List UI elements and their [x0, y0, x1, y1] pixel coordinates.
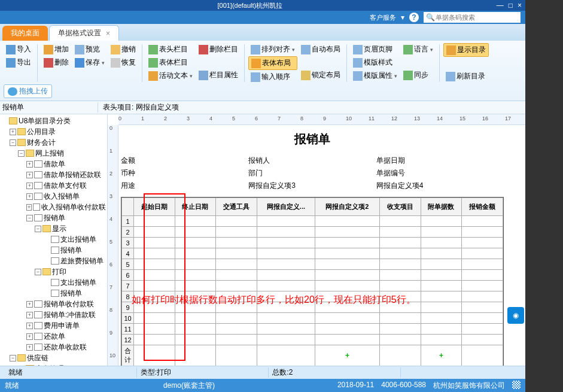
show-toc-button[interactable]: 显示目录 — [443, 43, 489, 57]
table-row[interactable]: 11 — [122, 324, 503, 335]
grid-header[interactable]: 起始日期 — [134, 198, 175, 216]
field-amount[interactable]: 金额 — [121, 156, 248, 166]
save-button[interactable]: 保存▾ — [72, 56, 107, 69]
remote-assist-icon[interactable]: ◉ — [507, 307, 524, 324]
grid-header[interactable]: 收支项目 — [379, 198, 421, 216]
status-ready: 就绪 — [5, 367, 137, 378]
detail-grid[interactable]: 起始日期终止日期交通工具网报自定义...网报自定义项2收支项目附单据数报销金额1… — [121, 197, 504, 366]
annotation-text: 如何打印时根据行数自动打印多行，比如20行，现在只能打印5行。 — [132, 294, 503, 306]
status-bar: 就绪 类型:打印 总数:2 — [0, 366, 525, 379]
add-button[interactable]: 增加 — [41, 43, 71, 56]
delete-column-button[interactable]: 删除栏目 — [196, 43, 241, 56]
table-row[interactable]: 7 — [122, 281, 503, 291]
design-canvas[interactable]: 012345678910111213141516171819 012345678… — [108, 114, 525, 366]
horizontal-ruler: 012345678910111213141516171819 — [118, 114, 525, 125]
header-footer-button[interactable]: 页眉页脚 — [351, 43, 400, 56]
titlebar: [001](default)杭州凯拉 — □ × — [0, 0, 525, 11]
body-column-button[interactable]: 表体栏目 — [146, 56, 195, 69]
customer-service-link[interactable]: 客户服务 — [370, 13, 396, 22]
sync-button[interactable]: 同步 — [401, 69, 436, 81]
tab-close-icon[interactable]: × — [106, 29, 110, 38]
field-custom3[interactable]: 网报自定义项3 — [248, 181, 376, 191]
field-person[interactable]: 报销人 — [248, 156, 376, 166]
footer-date: 2018-09-11 — [337, 381, 374, 391]
upload-badge[interactable]: 拖拽上传 — [4, 84, 52, 98]
align-sort-button[interactable]: 排列对齐▾ — [248, 43, 297, 56]
vertical-ruler: 012345678910111213 — [108, 125, 118, 366]
dynamic-text-button[interactable]: 活动文本▾ — [146, 69, 195, 82]
grid-header[interactable]: 附单据数 — [421, 198, 462, 216]
grid-header[interactable]: 终止日期 — [175, 198, 216, 216]
footer-ready: 就绪 — [5, 381, 41, 391]
table-row[interactable]: 1 — [122, 216, 503, 227]
top-toolbar: 客户服务 ▾ ? 🔍 — [0, 11, 525, 24]
table-row[interactable]: 10 — [122, 313, 503, 324]
template-prop-button[interactable]: 模版属性▾ — [351, 69, 400, 82]
cloud-icon — [8, 87, 17, 96]
footer-bar: 就绪 demo(账套主管) 2018-09-11 4006-600-588 杭州… — [0, 379, 525, 392]
template-style-button[interactable]: 模版样式 — [351, 56, 400, 69]
qr-icon[interactable] — [512, 381, 521, 389]
field-usage[interactable]: 用途 — [121, 181, 248, 191]
tab-format-settings[interactable]: 单据格式设置 × — [49, 25, 119, 41]
directory-tree[interactable]: U8单据目录分类 +公用目录 −财务会计 −网上报销 +借款单 +借款单报销还款… — [0, 114, 108, 366]
formula-bar: 报销单 表头项目: — [0, 101, 525, 114]
input-order-button[interactable]: 输入顺序 — [248, 71, 297, 83]
redo-button[interactable]: 恢复 — [108, 56, 138, 69]
title-text: [001](default)杭州凯拉 — [4, 1, 497, 10]
close-icon[interactable]: × — [518, 1, 522, 10]
export-button[interactable]: 导出 — [4, 56, 34, 69]
refresh-toc-button[interactable]: 刷新目录 — [443, 70, 489, 83]
body-layout-button[interactable]: 表体布局 — [248, 56, 297, 70]
footer-company: 杭州如笑服饰有限公司 — [433, 381, 505, 391]
field-date[interactable]: 单据日期 — [376, 156, 504, 166]
help-icon[interactable]: ? — [409, 13, 419, 22]
formula-label: 表头项目: — [103, 102, 133, 113]
delete-button[interactable]: 删除 — [41, 56, 71, 69]
field-custom4[interactable]: 网报自定义项4 — [376, 181, 504, 191]
grid-header[interactable]: 交通工具 — [216, 198, 257, 216]
footer-user: demo(账套主管) — [41, 381, 337, 391]
table-sum-row: 合计++ — [122, 345, 503, 366]
formula-input[interactable] — [136, 104, 523, 112]
status-type: 类型:打印 — [137, 367, 269, 378]
barcode-search-input[interactable] — [424, 12, 521, 23]
grid-header[interactable]: 网报自定义... — [257, 198, 315, 216]
undo-button[interactable]: 撤销 — [108, 43, 138, 56]
report-page: 报销单 金额 报销人 单据日期 币种 部门 单据编号 用途 网报自定义项3 网报… — [121, 126, 504, 366]
import-button[interactable]: 导入 — [4, 43, 34, 56]
field-dept[interactable]: 部门 — [248, 168, 376, 178]
footer-phone: 4006-600-588 — [381, 381, 426, 391]
tab-strip: 我的桌面 单据格式设置 × — [0, 24, 525, 41]
column-prop-button[interactable]: 栏目属性 — [196, 69, 241, 81]
page-title: 报销单 — [121, 126, 504, 154]
document-name: 报销单 — [2, 102, 98, 113]
dropdown-icon[interactable]: ▾ — [401, 13, 404, 22]
table-row[interactable]: 12 — [122, 335, 503, 345]
ribbon: 导入 导出 增加 删除 预览 保存▾ 撤销 恢复 表头栏目 表体栏目 活动文本▾… — [0, 41, 525, 101]
table-row[interactable]: 5 — [122, 259, 503, 270]
head-column-button[interactable]: 表头栏目 — [146, 43, 195, 56]
grid-header[interactable]: 报销金额 — [462, 198, 503, 216]
minimize-icon[interactable]: — — [497, 1, 504, 10]
tab-desktop[interactable]: 我的桌面 — [2, 26, 48, 41]
preview-button[interactable]: 预览 — [72, 43, 107, 56]
language-button[interactable]: 语言▾ — [401, 43, 436, 56]
table-row[interactable]: 3 — [122, 238, 503, 248]
table-row[interactable]: 6 — [122, 270, 503, 281]
table-row[interactable]: 2 — [122, 227, 503, 238]
search-icon: 🔍 — [426, 13, 435, 22]
auto-layout-button[interactable]: 自动布局 — [299, 43, 343, 56]
field-currency[interactable]: 币种 — [121, 168, 248, 178]
table-row[interactable]: 4 — [122, 248, 503, 259]
grid-header[interactable]: 网报自定义项2 — [315, 198, 379, 216]
status-count: 总数:2 — [269, 367, 401, 378]
maximize-icon[interactable]: □ — [509, 1, 513, 10]
lock-layout-button[interactable]: 锁定布局 — [299, 69, 343, 81]
field-docno[interactable]: 单据编号 — [376, 168, 504, 178]
